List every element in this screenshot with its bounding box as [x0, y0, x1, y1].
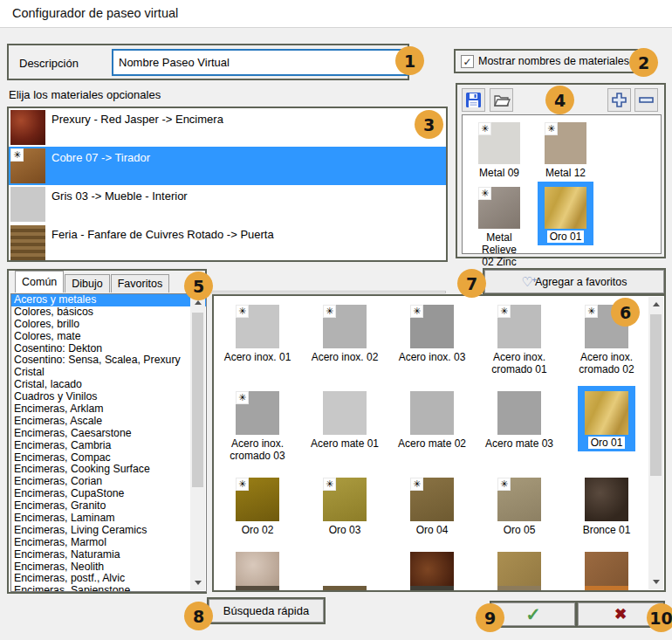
material-tile[interactable]: ✳ Acero inox. 01	[214, 299, 301, 378]
material-tile-label: Oro 02	[242, 524, 274, 536]
favorite-tile[interactable]: ✳ Metal 09	[468, 117, 531, 182]
category-item-label: Cosentino: Sensa, Scalea, Prexury	[14, 354, 181, 366]
show-names-checkbox[interactable]: ✓	[461, 55, 474, 68]
save-favorites-button[interactable]	[462, 88, 485, 112]
material-row-label: Feria - Fanfare de Cuivres Rotado -> Pue…	[51, 228, 274, 241]
category-item[interactable]: Encimeras, CupaStone	[11, 488, 206, 500]
material-tile-label: Bronce 01	[583, 524, 631, 536]
scroll-up-arrow[interactable]	[648, 297, 663, 312]
material-tile-swatch: ✳	[410, 478, 454, 521]
material-thumbnail: ✳	[10, 225, 45, 260]
tab[interactable]: Común	[15, 271, 64, 292]
tab-label: Favoritos	[118, 278, 162, 290]
add-favorite-slot-button[interactable]	[607, 88, 631, 112]
category-item-label: Cristal	[14, 367, 45, 378]
open-favorites-button[interactable]	[490, 88, 513, 112]
favorite-tile[interactable]: ✳ Metal Relieve 02 Zinc	[468, 182, 531, 271]
category-item[interactable]: Encimeras, Caesarstone	[11, 428, 206, 440]
category-item[interactable]: Encimeras, Cambria	[11, 440, 206, 452]
favorite-tile-label: Metal 09	[479, 167, 519, 179]
category-list: Aceros y metales Colores, básicos Colore…	[10, 293, 207, 592]
favorite-tile-swatch: ✳	[545, 187, 586, 229]
category-item-label: Encimeras, postf., Alvic	[14, 573, 125, 584]
description-input[interactable]	[112, 49, 408, 76]
category-item[interactable]: Encimeras, Laminam	[11, 513, 206, 525]
category-item[interactable]: Colores, brillo	[11, 319, 206, 331]
category-item[interactable]: Encimeras, Ascale	[11, 416, 206, 428]
material-thumbnail: ✳	[10, 187, 45, 222]
category-item[interactable]: Encimeras, Marmol	[11, 537, 206, 549]
category-item[interactable]: Encimeras, Naturamia	[11, 549, 206, 561]
material-tile[interactable]: ✳ Oro 04	[388, 472, 476, 539]
material-tile[interactable]: ✳ Bronce 01	[563, 472, 650, 539]
material-tile-label: Oro 03	[329, 524, 361, 536]
material-tile-label: Acero mate 02	[398, 437, 466, 450]
remove-favorite-slot-button[interactable]	[634, 88, 658, 112]
material-row[interactable]: ✳ Feria - Fanfare de Cuivres Rotado -> P…	[9, 224, 446, 262]
material-tile[interactable]: ✳ Acero mate 01	[301, 386, 388, 465]
material-tile-swatch: ✳	[236, 391, 279, 435]
category-item[interactable]: Encimeras, postf., Alvic	[11, 573, 206, 585]
material-tile[interactable]: ✳ Acero inox. 02	[301, 299, 388, 378]
annotation-badge-2: 2	[629, 48, 658, 77]
category-item[interactable]: Encimeras, Sapienstone	[11, 585, 206, 592]
star-icon: ✳	[236, 478, 249, 491]
category-item[interactable]: Encimeras, Cooking Surface	[11, 464, 206, 476]
scroll-down-arrow[interactable]	[190, 575, 205, 590]
scrollbar-thumb[interactable]	[192, 313, 203, 487]
material-tile-swatch: ✳	[323, 391, 367, 435]
material-tile[interactable]: ✳ Oro 03	[301, 472, 388, 539]
annotation-badge-6: 6	[611, 298, 640, 327]
category-item[interactable]: Encimeras, Neolith	[11, 561, 206, 574]
category-item[interactable]: Cristal, lacado	[11, 379, 206, 391]
category-item-label: Encimeras, Naturamia	[14, 549, 120, 561]
grid-scrollbar[interactable]	[648, 297, 663, 589]
material-row[interactable]: ✳ Prexury - Red Jasper -> Encimera	[9, 108, 446, 147]
material-row-label: Prexury - Red Jasper -> Encimera	[51, 113, 223, 126]
category-scrollbar[interactable]	[190, 295, 205, 590]
favorite-tile[interactable]: ✳ Oro 01	[534, 182, 597, 271]
material-tile[interactable]: ✳ Oro 02	[214, 472, 301, 539]
material-row[interactable]: ✳ Cobre 07 -> Tirador	[9, 147, 446, 185]
scrollbar-thumb[interactable]	[650, 314, 662, 476]
show-names-group: ✓ Mostrar nombres de materiales	[454, 49, 638, 73]
scroll-down-arrow[interactable]	[648, 575, 663, 589]
add-to-favorites-button[interactable]: ♡+ Agregar a favoritos	[484, 270, 664, 293]
material-tile-label: Oro 01	[588, 437, 626, 449]
quick-search-button[interactable]: Búsqueda rápida	[209, 599, 324, 623]
category-item[interactable]: Encimeras, Living Ceramics	[11, 525, 206, 537]
category-item[interactable]: Encimeras, Arklam	[11, 403, 206, 416]
category-item[interactable]: Colores, mate	[11, 331, 206, 343]
material-tile[interactable]: ✳ Acero inox. cromado 03	[214, 386, 301, 465]
material-tile-label: Acero mate 01	[311, 437, 379, 450]
material-tile-swatch: ✳	[497, 391, 541, 435]
category-item[interactable]: Encimeras, Granito	[11, 500, 206, 513]
minus-icon	[638, 92, 655, 108]
tab[interactable]: Dibujo	[65, 274, 109, 292]
material-row[interactable]: ✳ Gris 03 -> Mueble - Interior	[9, 185, 446, 224]
annotation-badge-10: 10	[647, 603, 672, 632]
category-item[interactable]: Cosentino: Sensa, Scalea, Prexury	[11, 354, 206, 367]
category-item[interactable]: Aceros y metales	[11, 294, 206, 306]
material-tile-swatch: ✳	[585, 391, 628, 435]
category-item[interactable]: Encimeras, Compac	[11, 452, 206, 465]
favorite-tile-swatch: ✳	[478, 122, 520, 164]
category-item[interactable]: Cosentino: Dekton	[11, 343, 206, 355]
category-item[interactable]: Colores, básicos	[11, 306, 206, 319]
favorite-tile-label: Oro 01	[547, 231, 585, 243]
category-item[interactable]: Cuadros y Vinilos	[11, 391, 206, 403]
category-item[interactable]: Cristal	[11, 367, 206, 379]
material-tile[interactable]: ✳ Acero inox. cromado 01	[476, 299, 563, 378]
favorite-tile[interactable]: ✳ Metal 12	[534, 117, 597, 182]
material-tile[interactable]: ✳ Acero mate 03	[476, 386, 563, 465]
category-item[interactable]: Encimeras, Corian	[11, 476, 206, 488]
material-tile[interactable]: ✳ Oro 05	[476, 472, 563, 539]
material-tile[interactable]: ✳ Acero inox. 03	[388, 299, 476, 378]
material-tile[interactable]: ✳ Acero mate 02	[388, 386, 476, 465]
material-tile[interactable]: ✳ Oro 01	[563, 386, 650, 465]
material-tile-label: Acero mate 03	[485, 437, 553, 450]
peek-swatch	[323, 586, 367, 590]
tab[interactable]: Favoritos	[111, 274, 169, 292]
peek-swatch	[410, 586, 454, 590]
material-thumbnail: ✳	[10, 148, 45, 183]
